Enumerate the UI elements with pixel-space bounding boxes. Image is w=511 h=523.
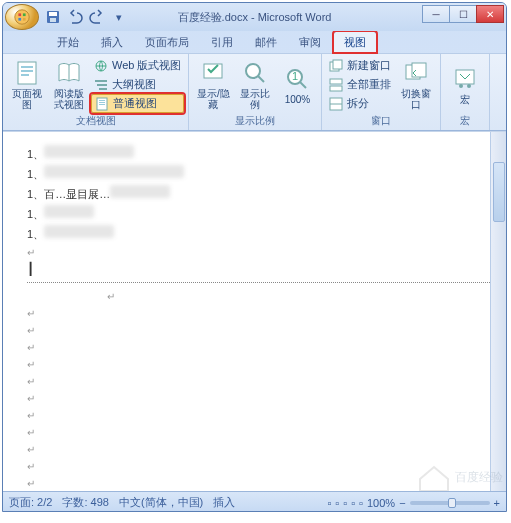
titlebar: ▾ 百度经验.docx - Microsoft Word ─ ☐ ✕ bbox=[3, 3, 506, 31]
split-label: 拆分 bbox=[347, 96, 369, 111]
view-shortcut-outline-icon[interactable]: ▫ bbox=[351, 497, 355, 509]
macros-label: 宏 bbox=[460, 94, 470, 105]
status-language[interactable]: 中文(简体，中国) bbox=[119, 495, 203, 510]
zoom-in-button[interactable]: + bbox=[494, 497, 500, 509]
zoom-button[interactable]: 显示比例 bbox=[235, 56, 275, 114]
qat-dropdown-icon[interactable]: ▾ bbox=[111, 9, 127, 25]
statusbar: 页面: 2/2 字数: 498 中文(简体，中国) 插入 ▫ ▫ ▫ ▫ ▫ 1… bbox=[3, 491, 506, 512]
view-shortcut-web-icon[interactable]: ▫ bbox=[343, 497, 347, 509]
group-label-window: 窗口 bbox=[326, 114, 436, 128]
tab-mailings[interactable]: 邮件 bbox=[245, 32, 287, 53]
zoom-slider[interactable] bbox=[410, 501, 490, 505]
svg-rect-28 bbox=[333, 60, 342, 69]
svg-rect-19 bbox=[99, 102, 105, 103]
status-page[interactable]: 页面: 2/2 bbox=[9, 495, 52, 510]
tab-home[interactable]: 开始 bbox=[47, 32, 89, 53]
close-button[interactable]: ✕ bbox=[476, 5, 504, 23]
svg-point-22 bbox=[246, 64, 260, 78]
svg-rect-16 bbox=[99, 88, 107, 90]
svg-rect-30 bbox=[330, 86, 342, 91]
svg-point-36 bbox=[459, 84, 463, 88]
zoom-100-label: 100% bbox=[285, 94, 311, 105]
zoom-100-button[interactable]: 1 100% bbox=[277, 56, 317, 114]
web-layout-icon bbox=[94, 59, 108, 73]
window-title: 百度经验.docx - Microsoft Word bbox=[178, 10, 332, 25]
house-icon bbox=[417, 463, 451, 491]
view-shortcut-reading-icon[interactable]: ▫ bbox=[335, 497, 339, 509]
save-icon[interactable] bbox=[45, 9, 61, 25]
split-button[interactable]: 拆分 bbox=[326, 94, 394, 113]
list-item: 1、 bbox=[27, 225, 490, 242]
svg-rect-29 bbox=[330, 79, 342, 84]
macros-button[interactable]: 宏 bbox=[445, 56, 485, 114]
print-layout-button[interactable]: 页面视图 bbox=[7, 56, 47, 114]
status-mode[interactable]: 插入 bbox=[213, 495, 235, 510]
paragraph: ↵ bbox=[27, 306, 490, 320]
ribbon-tabs: 开始 插入 页面布局 引用 邮件 审阅 视图 bbox=[3, 31, 506, 53]
reading-layout-button[interactable]: 阅读版式视图 bbox=[49, 56, 89, 114]
view-shortcut-print-icon[interactable]: ▫ bbox=[327, 497, 331, 509]
maximize-button[interactable]: ☐ bbox=[449, 5, 477, 23]
redo-icon[interactable] bbox=[89, 9, 105, 25]
svg-rect-9 bbox=[21, 66, 33, 68]
split-icon bbox=[329, 97, 343, 111]
zoom-slider-knob[interactable] bbox=[448, 498, 456, 508]
svg-point-37 bbox=[467, 84, 471, 88]
svg-rect-18 bbox=[99, 100, 105, 101]
show-hide-button[interactable]: 显示/隐藏 bbox=[193, 56, 233, 114]
office-button[interactable] bbox=[5, 4, 39, 30]
group-document-views: 页面视图 阅读版式视图 Web 版式视图 大纲视图 bbox=[3, 54, 189, 130]
macros-icon bbox=[452, 66, 478, 92]
new-window-button[interactable]: 新建窗口 bbox=[326, 56, 394, 75]
outline-view-button[interactable]: 大纲视图 bbox=[91, 75, 184, 94]
page-layout-icon bbox=[14, 60, 40, 86]
svg-rect-20 bbox=[99, 104, 105, 105]
svg-rect-11 bbox=[21, 74, 29, 76]
zoom-out-button[interactable]: − bbox=[399, 497, 405, 509]
paragraph: ↵ bbox=[27, 340, 490, 354]
view-shortcut-draft-icon[interactable]: ▫ bbox=[359, 497, 363, 509]
reading-icon bbox=[56, 60, 82, 86]
tab-insert[interactable]: 插入 bbox=[91, 32, 133, 53]
svg-rect-34 bbox=[412, 63, 426, 77]
print-layout-label: 页面视图 bbox=[9, 88, 45, 110]
group-zoom: 显示/隐藏 显示比例 1 100% 显示比例 bbox=[189, 54, 322, 130]
svg-rect-7 bbox=[50, 18, 56, 22]
ribbon: 页面视图 阅读版式视图 Web 版式视图 大纲视图 bbox=[3, 53, 506, 131]
paragraph: ↵ bbox=[27, 425, 490, 439]
group-label-zoom: 显示比例 bbox=[193, 114, 317, 128]
status-words[interactable]: 字数: 498 bbox=[62, 495, 108, 510]
tab-review[interactable]: 审阅 bbox=[289, 32, 331, 53]
tab-page-layout[interactable]: 页面布局 bbox=[135, 32, 199, 53]
switch-windows-button[interactable]: 切换窗口 bbox=[396, 56, 436, 114]
undo-icon[interactable] bbox=[67, 9, 83, 25]
paragraph: ↵ bbox=[27, 289, 490, 303]
tab-view[interactable]: 视图 bbox=[333, 31, 377, 53]
group-window: 新建窗口 全部重排 拆分 切换窗口 窗口 bbox=[322, 54, 441, 130]
paragraph: ↵ bbox=[27, 408, 490, 422]
zoom-label: 显示比例 bbox=[237, 88, 273, 110]
paragraph: ↵ bbox=[27, 357, 490, 371]
minimize-button[interactable]: ─ bbox=[422, 5, 450, 23]
arrange-all-button[interactable]: 全部重排 bbox=[326, 75, 394, 94]
outline-icon bbox=[94, 78, 108, 92]
group-label-macros: 宏 bbox=[445, 114, 485, 128]
paragraph: ↵ bbox=[27, 323, 490, 337]
app-window: ▾ 百度经验.docx - Microsoft Word ─ ☐ ✕ 开始 插入… bbox=[2, 2, 507, 512]
normal-view-label: 普通视图 bbox=[113, 96, 157, 111]
document-area[interactable]: 1、 1、 1、百…显目展… 1、 1、 ↵ ┃ ↵ ↵ ↵ ↵ ↵ ↵ ↵ ↵… bbox=[3, 131, 506, 491]
outline-label: 大纲视图 bbox=[112, 77, 156, 92]
list-item: 1、百…显目展… bbox=[27, 185, 490, 202]
svg-text:1: 1 bbox=[292, 70, 298, 82]
web-layout-button[interactable]: Web 版式视图 bbox=[91, 56, 184, 75]
list-item: 1、 bbox=[27, 145, 490, 162]
paragraph: ↵ bbox=[27, 442, 490, 456]
paragraph: ↵ bbox=[27, 374, 490, 388]
new-window-icon bbox=[329, 59, 343, 73]
svg-rect-1 bbox=[18, 13, 21, 16]
tab-references[interactable]: 引用 bbox=[201, 32, 243, 53]
normal-view-button[interactable]: 普通视图 bbox=[91, 94, 184, 113]
zoom-percent[interactable]: 100% bbox=[367, 497, 395, 509]
show-hide-label: 显示/隐藏 bbox=[195, 88, 231, 110]
svg-rect-2 bbox=[23, 13, 26, 16]
